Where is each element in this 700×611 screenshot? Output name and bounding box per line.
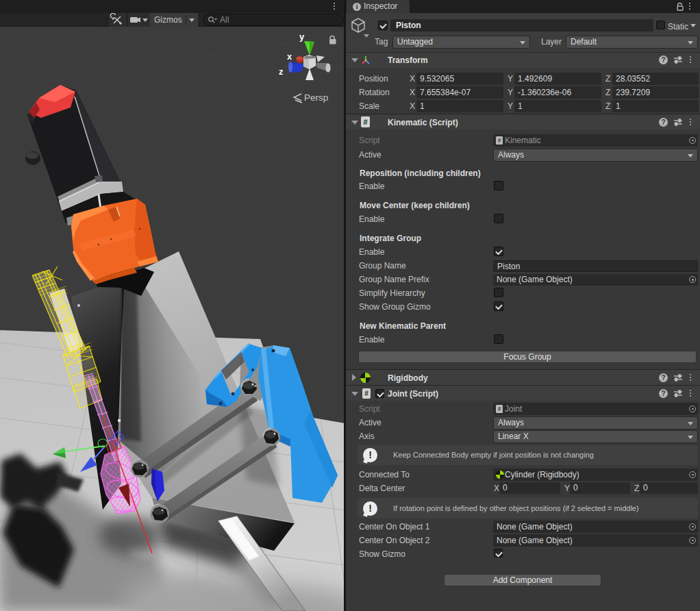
svg-text:Persp: Persp (304, 92, 328, 103)
svg-text:y: y (299, 32, 305, 42)
svg-text:z: z (279, 66, 284, 77)
svg-text:x: x (287, 51, 292, 62)
